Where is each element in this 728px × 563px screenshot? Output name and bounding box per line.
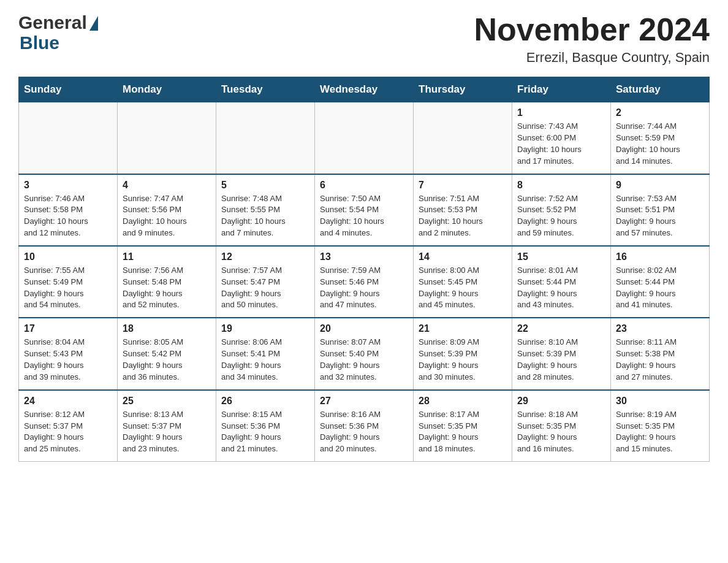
day-info: Sunrise: 7:46 AMSunset: 5:58 PMDaylight:… [24, 193, 112, 239]
day-number: 24 [24, 396, 112, 407]
day-number: 14 [419, 251, 507, 262]
day-info: Sunrise: 8:00 AMSunset: 5:45 PMDaylight:… [419, 265, 507, 311]
day-number: 13 [320, 251, 408, 262]
day-number: 6 [320, 180, 408, 191]
day-number: 19 [221, 323, 309, 334]
day-info: Sunrise: 7:52 AMSunset: 5:52 PMDaylight:… [517, 193, 605, 239]
calendar-cell: 16Sunrise: 8:02 AMSunset: 5:44 PMDayligh… [611, 246, 710, 318]
day-number: 26 [221, 396, 309, 407]
day-number: 7 [419, 180, 507, 191]
day-number: 9 [616, 180, 704, 191]
calendar-cell: 23Sunrise: 8:11 AMSunset: 5:38 PMDayligh… [611, 318, 710, 389]
calendar-cell: 24Sunrise: 8:12 AMSunset: 5:37 PMDayligh… [19, 390, 118, 462]
day-info: Sunrise: 8:09 AMSunset: 5:39 PMDaylight:… [419, 337, 507, 383]
calendar-cell: 14Sunrise: 8:00 AMSunset: 5:45 PMDayligh… [414, 246, 512, 318]
calendar-cell: 10Sunrise: 7:55 AMSunset: 5:49 PMDayligh… [19, 246, 118, 318]
day-number: 17 [24, 323, 112, 334]
day-number: 10 [24, 251, 112, 262]
day-number: 30 [616, 396, 704, 407]
day-number: 27 [320, 396, 408, 407]
day-info: Sunrise: 7:59 AMSunset: 5:46 PMDaylight:… [320, 265, 408, 311]
day-number: 25 [123, 396, 211, 407]
day-info: Sunrise: 8:18 AMSunset: 5:35 PMDaylight:… [517, 409, 605, 455]
day-number: 18 [123, 323, 211, 334]
day-info: Sunrise: 8:10 AMSunset: 5:39 PMDaylight:… [517, 337, 605, 383]
week-row-5: 24Sunrise: 8:12 AMSunset: 5:37 PMDayligh… [19, 390, 710, 462]
day-info: Sunrise: 8:02 AMSunset: 5:44 PMDaylight:… [616, 265, 704, 311]
day-info: Sunrise: 7:47 AMSunset: 5:56 PMDaylight:… [123, 193, 211, 239]
calendar-cell: 29Sunrise: 8:18 AMSunset: 5:35 PMDayligh… [512, 390, 611, 462]
day-info: Sunrise: 8:15 AMSunset: 5:36 PMDaylight:… [221, 409, 309, 455]
calendar-cell: 1Sunrise: 7:43 AMSunset: 6:00 PMDaylight… [512, 102, 611, 174]
calendar-cell: 20Sunrise: 8:07 AMSunset: 5:40 PMDayligh… [315, 318, 414, 389]
day-number: 3 [24, 180, 112, 191]
week-row-2: 3Sunrise: 7:46 AMSunset: 5:58 PMDaylight… [19, 174, 710, 246]
day-info: Sunrise: 7:43 AMSunset: 6:00 PMDaylight:… [517, 121, 605, 167]
calendar-cell: 18Sunrise: 8:05 AMSunset: 5:42 PMDayligh… [118, 318, 216, 389]
weekday-header-wednesday: Wednesday [315, 77, 414, 102]
day-info: Sunrise: 7:56 AMSunset: 5:48 PMDaylight:… [123, 265, 211, 311]
title-block: November 2024 Errezil, Basque Country, S… [474, 12, 710, 66]
weekday-header-row: SundayMondayTuesdayWednesdayThursdayFrid… [19, 77, 710, 102]
day-number: 20 [320, 323, 408, 334]
calendar-cell: 15Sunrise: 8:01 AMSunset: 5:44 PMDayligh… [512, 246, 611, 318]
calendar-cell: 17Sunrise: 8:04 AMSunset: 5:43 PMDayligh… [19, 318, 118, 389]
day-number: 1 [517, 107, 605, 118]
day-info: Sunrise: 8:12 AMSunset: 5:37 PMDaylight:… [24, 409, 112, 455]
calendar-cell: 3Sunrise: 7:46 AMSunset: 5:58 PMDaylight… [19, 174, 118, 246]
day-info: Sunrise: 7:44 AMSunset: 5:59 PMDaylight:… [616, 121, 704, 167]
calendar-cell: 2Sunrise: 7:44 AMSunset: 5:59 PMDaylight… [611, 102, 710, 174]
day-number: 12 [221, 251, 309, 262]
day-number: 29 [517, 396, 605, 407]
day-info: Sunrise: 8:16 AMSunset: 5:36 PMDaylight:… [320, 409, 408, 455]
day-number: 2 [616, 107, 704, 118]
weekday-header-friday: Friday [512, 77, 611, 102]
calendar-cell: 26Sunrise: 8:15 AMSunset: 5:36 PMDayligh… [216, 390, 315, 462]
day-number: 8 [517, 180, 605, 191]
day-info: Sunrise: 8:11 AMSunset: 5:38 PMDaylight:… [616, 337, 704, 383]
day-number: 22 [517, 323, 605, 334]
calendar-cell: 12Sunrise: 7:57 AMSunset: 5:47 PMDayligh… [216, 246, 315, 318]
day-info: Sunrise: 7:48 AMSunset: 5:55 PMDaylight:… [221, 193, 309, 239]
calendar-cell: 4Sunrise: 7:47 AMSunset: 5:56 PMDaylight… [118, 174, 216, 246]
day-number: 23 [616, 323, 704, 334]
calendar-cell: 5Sunrise: 7:48 AMSunset: 5:55 PMDaylight… [216, 174, 315, 246]
calendar-table: SundayMondayTuesdayWednesdayThursdayFrid… [18, 77, 710, 462]
day-info: Sunrise: 8:19 AMSunset: 5:35 PMDaylight:… [616, 409, 704, 455]
logo-triangle-icon [89, 16, 98, 31]
weekday-header-monday: Monday [118, 77, 216, 102]
day-info: Sunrise: 7:51 AMSunset: 5:53 PMDaylight:… [419, 193, 507, 239]
weekday-header-thursday: Thursday [414, 77, 512, 102]
calendar-cell: 9Sunrise: 7:53 AMSunset: 5:51 PMDaylight… [611, 174, 710, 246]
weekday-header-sunday: Sunday [19, 77, 118, 102]
calendar-cell: 28Sunrise: 8:17 AMSunset: 5:35 PMDayligh… [414, 390, 512, 462]
day-number: 15 [517, 251, 605, 262]
calendar-cell [118, 102, 216, 174]
calendar-cell [19, 102, 118, 174]
calendar-cell: 11Sunrise: 7:56 AMSunset: 5:48 PMDayligh… [118, 246, 216, 318]
day-info: Sunrise: 8:13 AMSunset: 5:37 PMDaylight:… [123, 409, 211, 455]
month-title: November 2024 [474, 12, 710, 47]
day-info: Sunrise: 7:55 AMSunset: 5:49 PMDaylight:… [24, 265, 112, 311]
day-number: 21 [419, 323, 507, 334]
page-header: General Blue November 2024 Errezil, Basq… [18, 12, 710, 66]
calendar-cell: 8Sunrise: 7:52 AMSunset: 5:52 PMDaylight… [512, 174, 611, 246]
day-info: Sunrise: 7:53 AMSunset: 5:51 PMDaylight:… [616, 193, 704, 239]
day-number: 11 [123, 251, 211, 262]
logo-blue-text: Blue [20, 33, 59, 53]
calendar-cell: 25Sunrise: 8:13 AMSunset: 5:37 PMDayligh… [118, 390, 216, 462]
calendar-cell [414, 102, 512, 174]
day-info: Sunrise: 8:07 AMSunset: 5:40 PMDaylight:… [320, 337, 408, 383]
calendar-cell: 21Sunrise: 8:09 AMSunset: 5:39 PMDayligh… [414, 318, 512, 389]
day-info: Sunrise: 8:04 AMSunset: 5:43 PMDaylight:… [24, 337, 112, 383]
calendar-cell: 6Sunrise: 7:50 AMSunset: 5:54 PMDaylight… [315, 174, 414, 246]
weekday-header-tuesday: Tuesday [216, 77, 315, 102]
calendar-cell: 7Sunrise: 7:51 AMSunset: 5:53 PMDaylight… [414, 174, 512, 246]
calendar-cell: 22Sunrise: 8:10 AMSunset: 5:39 PMDayligh… [512, 318, 611, 389]
day-info: Sunrise: 8:17 AMSunset: 5:35 PMDaylight:… [419, 409, 507, 455]
week-row-4: 17Sunrise: 8:04 AMSunset: 5:43 PMDayligh… [19, 318, 710, 389]
calendar-cell [216, 102, 315, 174]
week-row-1: 1Sunrise: 7:43 AMSunset: 6:00 PMDaylight… [19, 102, 710, 174]
weekday-header-saturday: Saturday [611, 77, 710, 102]
day-info: Sunrise: 8:05 AMSunset: 5:42 PMDaylight:… [123, 337, 211, 383]
